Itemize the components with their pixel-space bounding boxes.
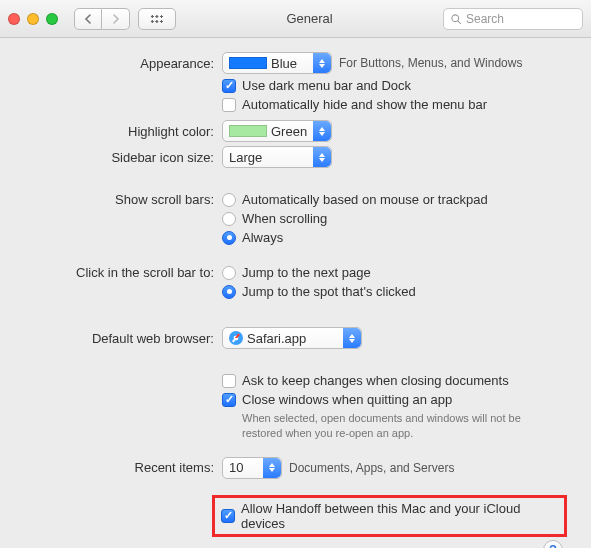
search-icon	[450, 13, 462, 25]
handoff-checkbox[interactable]: Allow Handoff between this Mac and your …	[221, 501, 558, 531]
recent-items-popup[interactable]: 10	[222, 457, 282, 479]
window-controls	[8, 13, 58, 25]
blue-swatch-icon	[229, 57, 267, 69]
updown-arrows-icon	[263, 458, 281, 478]
highlight-popup[interactable]: Green	[222, 120, 332, 142]
updown-arrows-icon	[313, 53, 331, 73]
ask-keep-changes-label: Ask to keep changes when closing documen…	[242, 373, 509, 388]
auto-hide-menubar-checkbox[interactable]: Automatically hide and show the menu bar	[222, 97, 487, 112]
scrollbars-label: Show scroll bars:	[16, 192, 222, 207]
zoom-window-button[interactable]	[46, 13, 58, 25]
click-scroll-option-label: Jump to the next page	[242, 265, 371, 280]
appearance-popup[interactable]: Blue	[222, 52, 332, 74]
handoff-highlight: Allow Handoff between this Mac and your …	[212, 495, 567, 537]
browser-label: Default web browser:	[16, 331, 222, 346]
search-placeholder: Search	[466, 12, 504, 26]
scrollbars-option-always[interactable]: Always	[222, 230, 283, 245]
chevron-right-icon	[112, 14, 120, 24]
close-window-button[interactable]	[8, 13, 20, 25]
radio-icon	[222, 212, 236, 226]
close-windows-hint: When selected, open documents and window…	[242, 411, 542, 441]
radio-icon	[222, 193, 236, 207]
recent-items-value: 10	[229, 460, 263, 475]
auto-hide-menubar-label: Automatically hide and show the menu bar	[242, 97, 487, 112]
checkbox-icon	[222, 79, 236, 93]
svg-line-1	[458, 20, 461, 23]
handoff-label: Allow Handoff between this Mac and your …	[241, 501, 558, 531]
back-button[interactable]	[74, 8, 102, 30]
scrollbars-option-scrolling[interactable]: When scrolling	[222, 211, 327, 226]
updown-arrows-icon	[313, 121, 331, 141]
checkbox-icon	[221, 509, 235, 523]
search-field[interactable]: Search	[443, 8, 583, 30]
safari-icon	[229, 331, 243, 345]
highlight-label: Highlight color:	[16, 124, 222, 139]
scrollbars-option-label: Always	[242, 230, 283, 245]
checkbox-icon	[222, 374, 236, 388]
close-windows-label: Close windows when quitting an app	[242, 392, 452, 407]
click-scroll-option-spot[interactable]: Jump to the spot that's clicked	[222, 284, 416, 299]
checkbox-icon	[222, 393, 236, 407]
ask-keep-changes-checkbox[interactable]: Ask to keep changes when closing documen…	[222, 373, 509, 388]
dark-menu-bar-checkbox[interactable]: Use dark menu bar and Dock	[222, 78, 411, 93]
scrollbars-option-label: When scrolling	[242, 211, 327, 226]
close-windows-checkbox[interactable]: Close windows when quitting an app	[222, 392, 452, 407]
window-title: General	[184, 11, 435, 26]
checkbox-icon	[222, 98, 236, 112]
sidebar-size-popup[interactable]: Large	[222, 146, 332, 168]
scrollbars-option-label: Automatically based on mouse or trackpad	[242, 192, 488, 207]
chevron-left-icon	[84, 14, 92, 24]
highlight-value: Green	[271, 124, 313, 139]
minimize-window-button[interactable]	[27, 13, 39, 25]
sidebar-size-value: Large	[229, 150, 313, 165]
forward-button[interactable]	[102, 8, 130, 30]
dark-menu-bar-label: Use dark menu bar and Dock	[242, 78, 411, 93]
scrollbars-option-auto[interactable]: Automatically based on mouse or trackpad	[222, 192, 488, 207]
toolbar: General Search	[0, 0, 591, 38]
radio-icon	[222, 266, 236, 280]
appearance-hint: For Buttons, Menus, and Windows	[339, 56, 522, 70]
browser-value: Safari.app	[247, 331, 343, 346]
sidebar-size-label: Sidebar icon size:	[16, 150, 222, 165]
browser-popup[interactable]: Safari.app	[222, 327, 362, 349]
grid-icon	[150, 14, 164, 24]
radio-icon	[222, 231, 236, 245]
updown-arrows-icon	[343, 328, 361, 348]
green-swatch-icon	[229, 125, 267, 137]
recent-items-suffix: Documents, Apps, and Servers	[289, 461, 454, 475]
content: Appearance: Blue For Buttons, Menus, and…	[0, 38, 591, 548]
updown-arrows-icon	[313, 147, 331, 167]
appearance-label: Appearance:	[16, 56, 222, 71]
click-scroll-option-page[interactable]: Jump to the next page	[222, 265, 371, 280]
click-scroll-option-label: Jump to the spot that's clicked	[242, 284, 416, 299]
show-all-button[interactable]	[138, 8, 176, 30]
radio-icon	[222, 285, 236, 299]
recent-items-label: Recent items:	[16, 460, 222, 475]
nav-buttons	[74, 8, 130, 30]
appearance-value: Blue	[271, 56, 313, 71]
click-scroll-label: Click in the scroll bar to:	[16, 265, 222, 280]
